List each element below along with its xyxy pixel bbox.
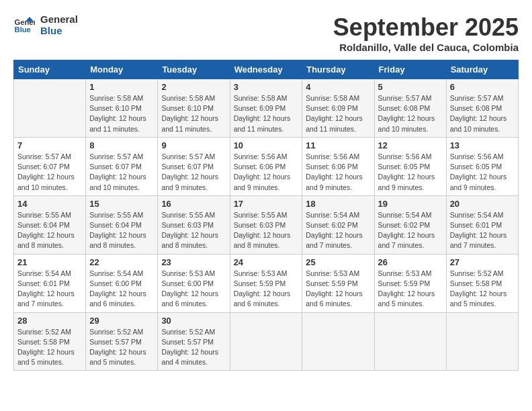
calendar-body: 1Sunrise: 5:58 AMSunset: 6:10 PMDaylight… bbox=[14, 79, 519, 371]
day-number: 4 bbox=[306, 82, 370, 92]
logo-text-blue: Blue bbox=[40, 25, 78, 36]
title-area: September 2025 Roldanillo, Valle del Cau… bbox=[333, 13, 519, 53]
day-info: Sunrise: 5:58 AMSunset: 6:09 PMDaylight:… bbox=[306, 93, 370, 134]
day-number: 1 bbox=[89, 82, 154, 92]
day-cell: 8Sunrise: 5:57 AMSunset: 6:07 PMDaylight… bbox=[86, 137, 158, 195]
day-number: 28 bbox=[17, 316, 82, 326]
day-number: 20 bbox=[450, 199, 515, 209]
day-info: Sunrise: 5:58 AMSunset: 6:10 PMDaylight:… bbox=[161, 93, 226, 134]
day-number: 30 bbox=[161, 316, 226, 326]
day-number: 21 bbox=[17, 257, 82, 267]
day-cell bbox=[374, 312, 446, 371]
day-number: 3 bbox=[234, 82, 299, 92]
day-number: 15 bbox=[89, 199, 154, 209]
day-cell: 21Sunrise: 5:54 AMSunset: 6:01 PMDayligh… bbox=[14, 254, 86, 312]
day-number: 16 bbox=[161, 199, 226, 209]
day-info: Sunrise: 5:54 AMSunset: 6:02 PMDaylight:… bbox=[306, 210, 370, 251]
day-number: 2 bbox=[161, 82, 226, 92]
dow-header-monday: Monday bbox=[86, 60, 158, 79]
day-cell: 26Sunrise: 5:53 AMSunset: 5:59 PMDayligh… bbox=[374, 254, 446, 312]
day-info: Sunrise: 5:54 AMSunset: 6:01 PMDaylight:… bbox=[450, 210, 515, 251]
logo: General Blue General Blue bbox=[13, 13, 78, 36]
day-number: 12 bbox=[378, 140, 443, 150]
day-cell: 15Sunrise: 5:55 AMSunset: 6:04 PMDayligh… bbox=[86, 195, 158, 254]
day-info: Sunrise: 5:56 AMSunset: 6:06 PMDaylight:… bbox=[306, 152, 370, 193]
day-number: 23 bbox=[161, 257, 226, 267]
day-number: 18 bbox=[306, 199, 370, 209]
day-info: Sunrise: 5:57 AMSunset: 6:08 PMDaylight:… bbox=[450, 93, 515, 134]
day-cell: 17Sunrise: 5:55 AMSunset: 6:03 PMDayligh… bbox=[230, 195, 302, 254]
days-of-week-row: SundayMondayTuesdayWednesdayThursdayFrid… bbox=[14, 60, 519, 79]
month-title: September 2025 bbox=[333, 13, 519, 42]
dow-header-sunday: Sunday bbox=[14, 60, 86, 79]
day-cell bbox=[446, 312, 518, 371]
day-cell bbox=[230, 312, 302, 371]
day-info: Sunrise: 5:54 AMSunset: 6:01 PMDaylight:… bbox=[17, 269, 82, 310]
week-row-3: 14Sunrise: 5:55 AMSunset: 6:04 PMDayligh… bbox=[14, 195, 519, 254]
day-info: Sunrise: 5:55 AMSunset: 6:03 PMDaylight:… bbox=[161, 210, 226, 251]
dow-header-friday: Friday bbox=[374, 60, 446, 79]
day-cell: 11Sunrise: 5:56 AMSunset: 6:06 PMDayligh… bbox=[302, 137, 374, 195]
day-info: Sunrise: 5:57 AMSunset: 6:07 PMDaylight:… bbox=[17, 152, 82, 193]
day-info: Sunrise: 5:52 AMSunset: 5:57 PMDaylight:… bbox=[89, 327, 154, 368]
day-cell: 5Sunrise: 5:57 AMSunset: 6:08 PMDaylight… bbox=[374, 79, 446, 138]
day-number: 26 bbox=[378, 257, 443, 267]
day-info: Sunrise: 5:56 AMSunset: 6:05 PMDaylight:… bbox=[450, 152, 515, 193]
day-cell: 18Sunrise: 5:54 AMSunset: 6:02 PMDayligh… bbox=[302, 195, 374, 254]
day-info: Sunrise: 5:53 AMSunset: 6:00 PMDaylight:… bbox=[161, 269, 226, 310]
day-info: Sunrise: 5:53 AMSunset: 5:59 PMDaylight:… bbox=[306, 269, 370, 310]
day-cell: 29Sunrise: 5:52 AMSunset: 5:57 PMDayligh… bbox=[86, 312, 158, 371]
svg-text:Blue: Blue bbox=[15, 26, 31, 34]
day-cell bbox=[14, 79, 86, 138]
day-cell: 22Sunrise: 5:54 AMSunset: 6:00 PMDayligh… bbox=[86, 254, 158, 312]
day-number: 22 bbox=[89, 257, 154, 267]
day-info: Sunrise: 5:56 AMSunset: 6:05 PMDaylight:… bbox=[378, 152, 443, 193]
day-info: Sunrise: 5:52 AMSunset: 5:57 PMDaylight:… bbox=[161, 327, 226, 368]
day-cell: 25Sunrise: 5:53 AMSunset: 5:59 PMDayligh… bbox=[302, 254, 374, 312]
day-info: Sunrise: 5:53 AMSunset: 5:59 PMDaylight:… bbox=[234, 269, 299, 310]
day-number: 6 bbox=[450, 82, 515, 92]
day-info: Sunrise: 5:54 AMSunset: 6:00 PMDaylight:… bbox=[89, 269, 154, 310]
day-info: Sunrise: 5:57 AMSunset: 6:08 PMDaylight:… bbox=[378, 93, 443, 134]
day-info: Sunrise: 5:57 AMSunset: 6:07 PMDaylight:… bbox=[161, 152, 226, 193]
day-cell: 9Sunrise: 5:57 AMSunset: 6:07 PMDaylight… bbox=[158, 137, 230, 195]
day-number: 29 bbox=[89, 316, 154, 326]
day-number: 27 bbox=[450, 257, 515, 267]
day-cell: 12Sunrise: 5:56 AMSunset: 6:05 PMDayligh… bbox=[374, 137, 446, 195]
dow-header-wednesday: Wednesday bbox=[230, 60, 302, 79]
day-cell: 4Sunrise: 5:58 AMSunset: 6:09 PMDaylight… bbox=[302, 79, 374, 138]
day-cell: 13Sunrise: 5:56 AMSunset: 6:05 PMDayligh… bbox=[446, 137, 518, 195]
day-info: Sunrise: 5:55 AMSunset: 6:04 PMDaylight:… bbox=[17, 210, 82, 251]
location: Roldanillo, Valle del Cauca, Colombia bbox=[333, 42, 519, 53]
day-cell: 27Sunrise: 5:52 AMSunset: 5:58 PMDayligh… bbox=[446, 254, 518, 312]
day-info: Sunrise: 5:55 AMSunset: 6:03 PMDaylight:… bbox=[234, 210, 299, 251]
day-info: Sunrise: 5:52 AMSunset: 5:58 PMDaylight:… bbox=[450, 269, 515, 310]
header: General Blue General Blue September 2025… bbox=[13, 13, 519, 53]
day-cell: 1Sunrise: 5:58 AMSunset: 6:10 PMDaylight… bbox=[86, 79, 158, 138]
day-cell: 7Sunrise: 5:57 AMSunset: 6:07 PMDaylight… bbox=[14, 137, 86, 195]
day-cell: 30Sunrise: 5:52 AMSunset: 5:57 PMDayligh… bbox=[158, 312, 230, 371]
day-number: 14 bbox=[17, 199, 82, 209]
day-number: 24 bbox=[234, 257, 299, 267]
day-cell: 2Sunrise: 5:58 AMSunset: 6:10 PMDaylight… bbox=[158, 79, 230, 138]
day-cell: 20Sunrise: 5:54 AMSunset: 6:01 PMDayligh… bbox=[446, 195, 518, 254]
day-cell: 23Sunrise: 5:53 AMSunset: 6:00 PMDayligh… bbox=[158, 254, 230, 312]
day-info: Sunrise: 5:53 AMSunset: 5:59 PMDaylight:… bbox=[378, 269, 443, 310]
day-cell bbox=[302, 312, 374, 371]
day-info: Sunrise: 5:57 AMSunset: 6:07 PMDaylight:… bbox=[89, 152, 154, 193]
day-number: 19 bbox=[378, 199, 443, 209]
day-cell: 28Sunrise: 5:52 AMSunset: 5:58 PMDayligh… bbox=[14, 312, 86, 371]
day-info: Sunrise: 5:56 AMSunset: 6:06 PMDaylight:… bbox=[234, 152, 299, 193]
day-info: Sunrise: 5:58 AMSunset: 6:09 PMDaylight:… bbox=[234, 93, 299, 134]
day-info: Sunrise: 5:58 AMSunset: 6:10 PMDaylight:… bbox=[89, 93, 154, 134]
day-number: 11 bbox=[306, 140, 370, 150]
day-info: Sunrise: 5:55 AMSunset: 6:04 PMDaylight:… bbox=[89, 210, 154, 251]
svg-text:General: General bbox=[15, 18, 35, 26]
day-cell: 6Sunrise: 5:57 AMSunset: 6:08 PMDaylight… bbox=[446, 79, 518, 138]
day-info: Sunrise: 5:52 AMSunset: 5:58 PMDaylight:… bbox=[17, 327, 82, 368]
logo-icon: General Blue bbox=[13, 14, 35, 36]
day-cell: 19Sunrise: 5:54 AMSunset: 6:02 PMDayligh… bbox=[374, 195, 446, 254]
day-info: Sunrise: 5:54 AMSunset: 6:02 PMDaylight:… bbox=[378, 210, 443, 251]
dow-header-saturday: Saturday bbox=[446, 60, 518, 79]
calendar-table: SundayMondayTuesdayWednesdayThursdayFrid… bbox=[13, 60, 519, 371]
